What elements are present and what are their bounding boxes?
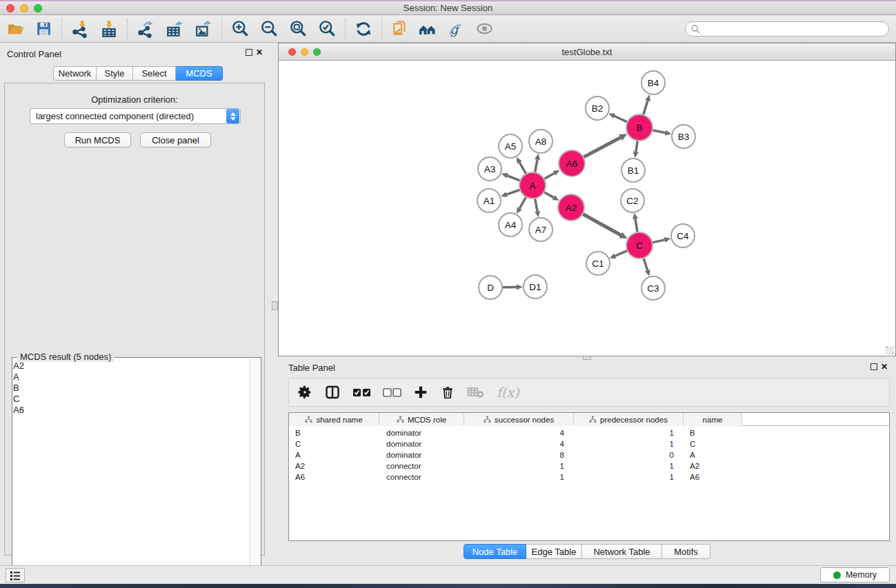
save-session-icon[interactable] xyxy=(33,19,54,39)
search-box[interactable] xyxy=(685,21,889,37)
graph-edge-A-A2[interactable] xyxy=(544,192,553,197)
graph-edge-A-A7[interactable] xyxy=(535,199,538,212)
graph-edge-B-B4[interactable] xyxy=(644,101,648,115)
graph-node-D[interactable]: D xyxy=(479,276,502,299)
export-image-icon[interactable] xyxy=(193,19,214,39)
vertical-splitter-grip[interactable] xyxy=(272,301,278,310)
graph-node-A5[interactable]: A5 xyxy=(499,134,522,158)
result-item[interactable]: A2 xyxy=(13,361,241,372)
show-all-icon[interactable] xyxy=(474,19,495,39)
graph-node-A[interactable]: A xyxy=(519,172,546,199)
graph-node-C2[interactable]: C2 xyxy=(621,189,644,212)
show-columns-icon[interactable] xyxy=(324,383,341,401)
network-canvas[interactable]: B4B2BB3A8A5A6A3B1AA1C2A2A4A7C4CC1C3DD1 xyxy=(279,61,895,356)
graph-node-A7[interactable]: A7 xyxy=(529,218,552,241)
graph-node-C[interactable]: C xyxy=(626,232,653,258)
import-table-icon[interactable] xyxy=(99,19,119,39)
table-row[interactable]: Bdominator41B xyxy=(289,427,889,438)
graph-edge-A-A1[interactable] xyxy=(506,190,520,194)
column-header-mcds-role[interactable]: MCDS role xyxy=(379,413,464,426)
tab-network-table[interactable]: Network Table xyxy=(582,544,662,559)
tab-network[interactable]: Network xyxy=(53,66,97,81)
tab-mcds[interactable]: MCDS xyxy=(176,66,223,81)
table-row[interactable]: A6connector11A6 xyxy=(289,472,889,483)
graph-edge-C-C3[interactable] xyxy=(644,258,648,270)
close-panel-icon[interactable]: ✕ xyxy=(256,48,263,57)
graph-node-A3[interactable]: A3 xyxy=(478,157,501,181)
graph-edge-A-A6[interactable] xyxy=(544,173,555,179)
graph-node-A6[interactable]: A6 xyxy=(559,150,585,176)
select-all-columns-icon[interactable] xyxy=(352,383,371,401)
create-column-icon[interactable] xyxy=(413,383,428,401)
graph-edge-B-B3[interactable] xyxy=(653,130,666,133)
graph-edge-A-A8[interactable] xyxy=(535,160,538,173)
table-row[interactable]: Cdominator41C xyxy=(289,438,889,449)
graph-edge-B-B1[interactable] xyxy=(636,141,637,152)
window-resize-grip-icon[interactable] xyxy=(886,346,894,354)
function-builder-icon[interactable]: f(x) xyxy=(497,383,519,401)
first-neighbors-icon[interactable] xyxy=(417,19,438,39)
graph-edge-A-A3[interactable] xyxy=(507,176,520,181)
graph-edge-B-B2[interactable] xyxy=(615,116,628,122)
graph-node-A4[interactable]: A4 xyxy=(499,213,522,236)
new-network-from-selection-icon[interactable] xyxy=(390,19,410,39)
table-row[interactable]: Adominator80A xyxy=(289,449,889,460)
memory-button[interactable]: Memory xyxy=(820,567,890,582)
graph-node-B4[interactable]: B4 xyxy=(641,71,665,94)
tab-edge-table[interactable]: Edge Table xyxy=(526,544,582,559)
graph-node-C4[interactable]: C4 xyxy=(671,224,695,247)
graph-node-C3[interactable]: C3 xyxy=(641,276,665,300)
graph-node-A8[interactable]: A8 xyxy=(529,130,552,153)
hide-selected-icon[interactable]: g xyxy=(445,19,466,39)
graph-edge-A-A4[interactable] xyxy=(519,197,526,209)
zoom-fit-icon[interactable] xyxy=(288,19,308,39)
open-session-icon[interactable] xyxy=(6,19,26,39)
result-item[interactable]: A xyxy=(13,372,241,383)
graph-node-B3[interactable]: B3 xyxy=(672,125,695,148)
graph-node-D1[interactable]: D1 xyxy=(524,275,547,298)
column-header-name[interactable]: name xyxy=(684,413,742,426)
result-item[interactable]: B xyxy=(13,383,241,394)
close-panel-button[interactable]: Close panel xyxy=(140,132,211,148)
result-item[interactable]: C xyxy=(13,394,241,405)
tab-node-table[interactable]: Node Table xyxy=(464,544,526,559)
delete-table-icon[interactable] xyxy=(467,383,485,401)
table-row[interactable]: A2connector11A2 xyxy=(289,460,889,472)
float-table-panel-icon[interactable] xyxy=(870,363,877,370)
delete-columns-icon[interactable] xyxy=(440,383,455,401)
import-network-icon[interactable] xyxy=(70,19,90,39)
run-mcds-button[interactable]: Run MCDS xyxy=(64,132,131,148)
column-header-successor-nodes[interactable]: successor nodes xyxy=(464,413,574,426)
graph-edge-A-A5[interactable] xyxy=(519,163,526,174)
graph-node-A2[interactable]: A2 xyxy=(558,194,584,221)
graph-edge-C-C2[interactable] xyxy=(635,219,637,233)
search-input[interactable] xyxy=(704,23,888,35)
table-options-icon[interactable] xyxy=(297,383,312,401)
column-header-shared-name[interactable]: shared name xyxy=(289,413,379,426)
zoom-in-icon[interactable] xyxy=(230,19,250,39)
tab-select[interactable]: Select xyxy=(133,66,176,81)
graph-node-B1[interactable]: B1 xyxy=(621,159,645,182)
float-panel-icon[interactable] xyxy=(246,49,252,56)
result-scrollbar[interactable] xyxy=(250,358,260,588)
graph-node-C1[interactable]: C1 xyxy=(586,252,610,275)
graph-edge-C-C1[interactable] xyxy=(615,251,628,256)
graph-edge-A2-C[interactable] xyxy=(583,214,621,235)
export-network-icon[interactable] xyxy=(135,19,156,39)
tab-motifs[interactable]: Motifs xyxy=(662,544,710,559)
show-task-history-button[interactable] xyxy=(6,568,25,582)
criterion-dropdown[interactable]: largest connected component (directed) xyxy=(30,108,241,124)
graph-node-A1[interactable]: A1 xyxy=(477,189,501,212)
close-table-panel-icon[interactable]: ✕ xyxy=(881,362,888,372)
zoom-out-icon[interactable] xyxy=(259,19,279,39)
tab-style[interactable]: Style xyxy=(97,66,133,81)
zoom-selected-icon[interactable] xyxy=(317,19,337,39)
export-table-icon[interactable] xyxy=(164,19,185,39)
unselect-all-columns-icon[interactable] xyxy=(383,383,401,401)
graph-node-B[interactable]: B xyxy=(626,114,653,141)
result-item[interactable]: A6 xyxy=(13,405,241,416)
graph-edge-C-C4[interactable] xyxy=(653,240,665,243)
graph-node-B2[interactable]: B2 xyxy=(586,97,609,120)
column-header-predecessor-nodes[interactable]: predecessor nodes xyxy=(574,413,684,426)
graph-edge-A6-B[interactable] xyxy=(584,138,621,158)
